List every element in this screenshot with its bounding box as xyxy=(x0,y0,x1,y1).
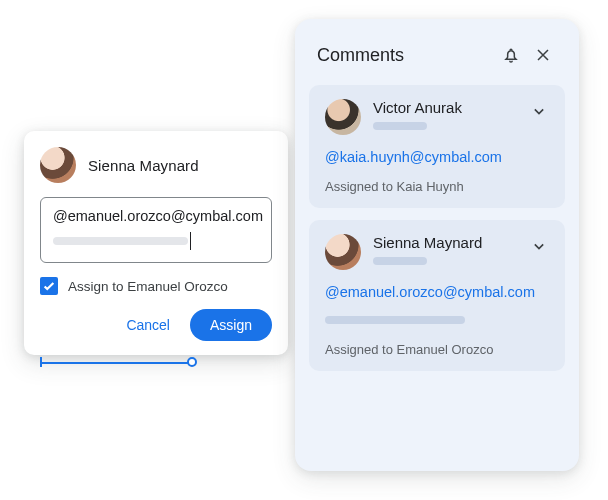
comment-card[interactable]: Sienna Maynard @emanuel.orozco@cymbal.co… xyxy=(309,220,565,371)
comment-mention[interactable]: @emanuel.orozco@cymbal.com xyxy=(325,284,549,300)
author-name: Sienna Maynard xyxy=(88,157,199,174)
placeholder-bar xyxy=(373,257,427,265)
comment-card[interactable]: Victor Anurak @kaia.huynh@cymbal.com Ass… xyxy=(309,85,565,208)
assign-checkbox-row[interactable]: Assign to Emanuel Orozco xyxy=(40,277,272,295)
popover-actions: Cancel Assign xyxy=(40,309,272,341)
avatar xyxy=(40,147,76,183)
close-button[interactable] xyxy=(527,39,559,71)
comment-author: Victor Anurak xyxy=(373,99,517,116)
comments-panel: Comments Victor Anurak @kaia.huynh@cymba… xyxy=(295,19,579,471)
assign-button[interactable]: Assign xyxy=(190,309,272,341)
assign-checkbox[interactable] xyxy=(40,277,58,295)
mention-text: @emanuel.orozco@cymbal.com xyxy=(53,208,259,224)
avatar xyxy=(325,99,361,135)
check-icon xyxy=(42,279,56,293)
bell-icon xyxy=(501,45,521,65)
assigned-to-text: Assigned to Kaia Huynh xyxy=(325,179,549,194)
anchor-line xyxy=(40,362,192,364)
placeholder-bar xyxy=(53,237,188,245)
comments-panel-title: Comments xyxy=(317,45,495,66)
chevron-down-icon[interactable] xyxy=(529,101,549,121)
placeholder-bar xyxy=(373,122,427,130)
avatar xyxy=(325,234,361,270)
text-cursor xyxy=(190,232,191,250)
placeholder-bar xyxy=(325,316,465,324)
comment-input[interactable]: @emanuel.orozco@cymbal.com xyxy=(40,197,272,263)
assign-checkbox-label: Assign to Emanuel Orozco xyxy=(68,279,228,294)
input-second-line xyxy=(53,232,259,250)
assign-comment-popover: Sienna Maynard @emanuel.orozco@cymbal.co… xyxy=(24,131,288,355)
popover-header: Sienna Maynard xyxy=(40,147,272,183)
anchor-handle[interactable] xyxy=(187,357,197,367)
cancel-button[interactable]: Cancel xyxy=(114,309,182,341)
assigned-to-text: Assigned to Emanuel Orozco xyxy=(325,342,549,357)
comment-mention[interactable]: @kaia.huynh@cymbal.com xyxy=(325,149,549,165)
comment-author: Sienna Maynard xyxy=(373,234,517,251)
comments-panel-header: Comments xyxy=(317,39,559,71)
notifications-button[interactable] xyxy=(495,39,527,71)
close-icon xyxy=(533,45,553,65)
anchor-tick-left xyxy=(40,357,42,367)
chevron-down-icon[interactable] xyxy=(529,236,549,256)
selection-anchor xyxy=(40,348,192,366)
